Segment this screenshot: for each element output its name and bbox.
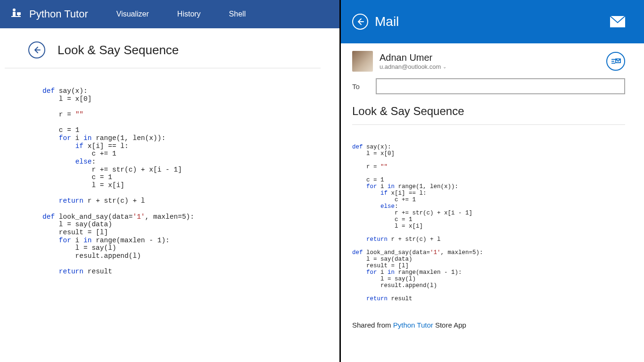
mail-header: Mail [341, 0, 644, 43]
to-row: To [352, 78, 625, 94]
mail-code-content: def say(x): l = x[0] r = "" c = 1 for i … [352, 144, 625, 302]
top-nav: Visualizer History Shell [116, 10, 246, 18]
shared-link[interactable]: Python Tutor [393, 321, 433, 329]
mail-body: Adnan Umer u.adnan@outlook.com ⌄ To Look… [341, 43, 644, 329]
python-tutor-app: Python Tutor Visualizer History Shell Lo… [0, 0, 339, 362]
to-label: To [352, 82, 364, 90]
app-name: Python Tutor [29, 8, 88, 20]
from-row: Adnan Umer u.adnan@outlook.com ⌄ [352, 51, 625, 72]
code-block: def say(x): l = x[0] r = "" c = 1 for i … [0, 68, 339, 276]
svg-rect-3 [17, 12, 21, 15]
shared-from: Shared from Python Tutor Store App [352, 321, 625, 329]
mail-back-button[interactable] [352, 14, 368, 30]
mail-icon [610, 16, 625, 27]
mail-title: Mail [375, 14, 399, 29]
from-name: Adnan Umer [380, 52, 446, 63]
logo-area: Python Tutor [9, 8, 88, 21]
nav-history[interactable]: History [177, 10, 201, 18]
tutor-logo-icon [9, 8, 23, 21]
back-button[interactable] [28, 41, 45, 58]
from-email[interactable]: u.adnan@outlook.com ⌄ [380, 63, 446, 70]
nav-shell[interactable]: Shell [229, 10, 246, 18]
send-button[interactable] [606, 52, 625, 71]
to-input[interactable] [376, 78, 625, 94]
app-header: Python Tutor Visualizer History Shell [0, 0, 339, 28]
page-title-row: Look & Say Sequence [5, 28, 321, 68]
page-title: Look & Say Sequence [58, 43, 179, 58]
svg-rect-1 [13, 12, 16, 16]
mail-app: Mail Adnan Umer u.adnan@outlook.com ⌄ [339, 0, 644, 362]
svg-rect-4 [18, 15, 19, 16]
code-content: def say(x): l = x[0] r = "" c = 1 for i … [42, 87, 339, 276]
chevron-down-icon: ⌄ [443, 64, 446, 69]
avatar [352, 51, 373, 72]
nav-visualizer[interactable]: Visualizer [116, 10, 149, 18]
mail-title-wrap: Mail [352, 14, 399, 30]
subject[interactable]: Look & Say Sequence [352, 105, 625, 125]
svg-point-0 [13, 8, 16, 11]
